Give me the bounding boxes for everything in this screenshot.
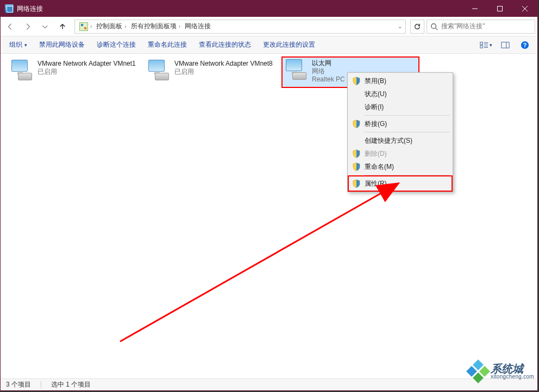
svg-text:?: ? (523, 41, 527, 48)
ctx-label: 删除(D) (365, 149, 387, 159)
menu-separator (365, 175, 450, 175)
cmd-rename[interactable]: 重命名此连接 (143, 38, 191, 52)
window-title: 网络连接 (17, 4, 462, 14)
annotation-arrow (1, 54, 538, 380)
menu-separator (365, 132, 450, 132)
address-bar[interactable]: › 控制面板› 所有控制面板项› 网络连接 ⌄ (74, 20, 406, 34)
status-separator (41, 381, 41, 389)
chevron-right-icon: › (179, 23, 180, 29)
breadcrumb-label: 网络连接 (185, 22, 211, 31)
adapter-name: VMware Network Adapter VMnet8 (174, 60, 273, 68)
cmd-change-settings[interactable]: 更改此连接的设置 (259, 38, 319, 52)
back-button[interactable] (3, 20, 18, 34)
ctx-properties[interactable]: 属性(R) (349, 177, 451, 190)
search-input[interactable]: 搜索"网络连接" (427, 20, 535, 34)
ctx-label: 属性(R) (365, 179, 387, 188)
preview-pane-button[interactable] (497, 39, 513, 52)
adapter-list: VMware Network Adapter VMnet1 已启用 VMware… (1, 54, 537, 380)
navigation-bar: › 控制面板› 所有控制面板项› 网络连接 ⌄ 搜索"网络连接" (1, 17, 537, 36)
ctx-label: 重命名(M) (365, 162, 394, 172)
view-options-button[interactable]: ▾ (478, 39, 494, 52)
ctx-label: 状态(U) (365, 90, 387, 99)
svg-rect-2 (480, 42, 482, 44)
ctx-bridge[interactable]: 桥接(G) (349, 117, 451, 130)
chevron-right-icon: › (90, 23, 92, 29)
search-placeholder: 搜索"网络连接" (441, 22, 485, 31)
network-connections-window: 网络连接 › 控制面板› 所有控制面板项› 网络连接 ⌄ 搜索"网络连接" (0, 0, 538, 391)
ctx-label: 诊断(I) (365, 103, 384, 112)
ctx-disable[interactable]: 禁用(B) (349, 74, 451, 87)
watermark-logo-icon (469, 362, 487, 381)
adapter-status: 已启用 (37, 68, 136, 76)
recent-locations-button[interactable] (37, 20, 53, 34)
status-bar: 3 个项目 选中 1 个项目 (1, 378, 537, 390)
adapter-name: 以太网 (312, 59, 345, 67)
breadcrumb-segment[interactable]: 控制面板› (94, 20, 128, 33)
close-button[interactable] (512, 1, 537, 17)
ctx-delete: 删除(D) (349, 147, 451, 160)
shield-icon (352, 179, 361, 188)
svg-rect-0 (498, 7, 503, 11)
shield-icon (352, 77, 361, 85)
status-selection: 选中 1 个项目 (51, 380, 91, 389)
app-icon (5, 4, 14, 13)
menu-separator (365, 115, 450, 116)
watermark: 系统城 xitongcheng.com (469, 362, 534, 381)
context-menu: 禁用(B) 状态(U) 诊断(I) 桥接(G) 创建快捷方式(S) 删除(D) … (347, 72, 453, 192)
shield-icon (352, 119, 361, 128)
control-panel-icon (79, 22, 88, 31)
ctx-rename[interactable]: 重命名(M) (349, 160, 451, 173)
address-dropdown[interactable]: ⌄ (394, 23, 405, 29)
command-bar: 组织▾ 禁用此网络设备 诊断这个连接 重命名此连接 查看此连接的状态 更改此连接… (1, 36, 537, 54)
svg-rect-3 (480, 45, 482, 47)
svg-point-1 (431, 23, 436, 28)
chevron-right-icon: › (124, 23, 126, 29)
breadcrumb-segment[interactable]: 所有控制面板项› (129, 20, 183, 33)
organize-menu[interactable]: 组织▾ (5, 38, 32, 52)
titlebar: 网络连接 (1, 1, 537, 17)
adapter-detail: Realtek PC (312, 75, 345, 84)
network-adapter-icon (10, 60, 34, 84)
ctx-status[interactable]: 状态(U) (349, 87, 451, 100)
adapter-name: VMware Network Adapter VMnet1 (37, 60, 136, 68)
cmd-diagnose[interactable]: 诊断这个连接 (92, 38, 140, 52)
cmd-view-status[interactable]: 查看此连接的状态 (195, 38, 255, 52)
search-icon (430, 23, 438, 30)
status-item-count: 3 个项目 (6, 380, 31, 389)
ctx-diagnose[interactable]: 诊断(I) (349, 100, 451, 113)
ctx-label: 桥接(G) (365, 119, 387, 129)
chevron-down-icon: ▾ (24, 42, 27, 48)
help-button[interactable]: ? (517, 39, 533, 52)
network-adapter-icon (285, 59, 309, 83)
address-icon-segment[interactable]: › (77, 20, 94, 33)
watermark-title: 系统城 (491, 363, 534, 374)
adapter-status: 网络 (312, 67, 345, 75)
refresh-button[interactable] (410, 20, 424, 34)
maximize-button[interactable] (487, 1, 512, 17)
shield-icon (352, 162, 361, 171)
ctx-label: 禁用(B) (365, 77, 386, 86)
breadcrumb-segment[interactable]: 网络连接 (183, 20, 213, 33)
adapter-status: 已启用 (174, 68, 273, 76)
shield-icon (352, 149, 361, 158)
network-adapter-icon (147, 60, 171, 84)
breadcrumb-label: 所有控制面板项 (131, 22, 177, 31)
ctx-label: 创建快捷方式(S) (365, 136, 412, 146)
minimize-button[interactable] (462, 1, 487, 17)
breadcrumb-label: 控制面板 (96, 22, 122, 31)
ctx-create-shortcut[interactable]: 创建快捷方式(S) (349, 134, 451, 147)
up-button[interactable] (55, 20, 70, 34)
forward-button[interactable] (20, 20, 35, 34)
svg-rect-4 (502, 42, 509, 48)
adapter-item[interactable]: VMware Network Adapter VMnet1 已启用 (8, 58, 143, 86)
adapter-item[interactable]: VMware Network Adapter VMnet8 已启用 (145, 58, 280, 86)
cmd-disable-device[interactable]: 禁用此网络设备 (35, 38, 89, 52)
watermark-url: xitongcheng.com (491, 374, 534, 380)
svg-line-7 (120, 184, 397, 342)
